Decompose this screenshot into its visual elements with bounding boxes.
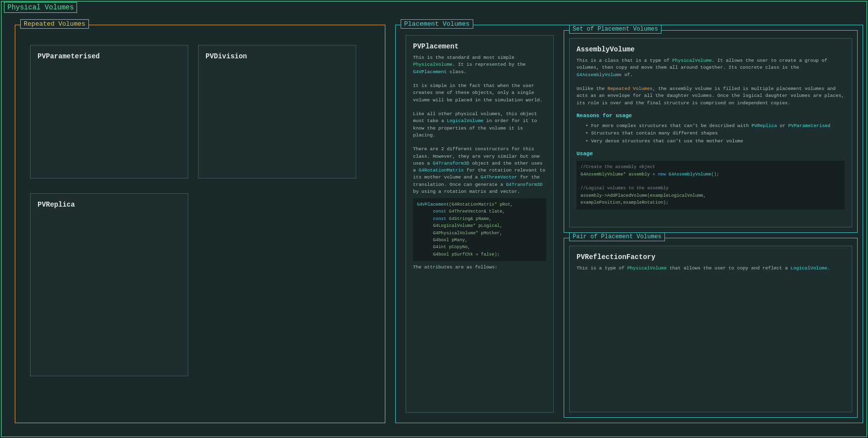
pv-reflection-text: This is a type of PhysicalVolume that al… <box>577 265 845 272</box>
pv-placement-text: This is the standard and most simple Phy… <box>413 54 546 271</box>
placement-volumes-label: Placement Volumes <box>401 19 473 29</box>
usage-heading: Usage <box>577 150 845 158</box>
assembly-usage-code: //Create the assembly object G4AssemblyV… <box>577 161 845 209</box>
repeated-volumes-section: Repeated Volumes PVParameterised PVDivis… <box>15 25 385 423</box>
assembly-volume-text: This is a class that is a type of Physic… <box>577 57 845 210</box>
reasons-heading: Reasons for usage <box>577 112 845 120</box>
pv-division-title: PVDivision <box>206 52 349 60</box>
pv-replica-card: PVReplica <box>30 193 188 376</box>
reasons-list: For more complex structures that can't b… <box>581 122 845 145</box>
pair-placement-section: Pair of Placement Volumes PVReflectionFa… <box>564 238 858 418</box>
pv-reflection-title: PVReflectionFactory <box>577 253 845 261</box>
pair-placement-label: Pair of Placement Volumes <box>569 232 665 241</box>
pv-division-card: PVDivision <box>198 45 356 178</box>
page-title: Physical Volumes <box>4 2 77 13</box>
pv-placement-code: G4VPlacement(G4RotationMatrix* pRot, con… <box>413 198 546 261</box>
set-placement-section: Set of Placement Volumes AssemblyVolume … <box>564 30 858 233</box>
repeated-volumes-label: Repeated Volumes <box>20 19 89 29</box>
placement-volumes-section: Placement Volumes PVPlacement This is th… <box>395 25 863 423</box>
pv-placement-title: PVPlacement <box>413 43 546 50</box>
pv-placement-card: PVPlacement This is the standard and mos… <box>406 35 554 413</box>
pv-parameterised-title: PVParameterised <box>38 52 181 60</box>
pv-parameterised-card: PVParameterised <box>30 45 188 178</box>
pv-replica-title: PVReplica <box>38 201 181 209</box>
assembly-volume-title: AssemblyVolume <box>577 45 845 53</box>
pv-reflection-card: PVReflectionFactory This is a type of Ph… <box>569 246 852 412</box>
set-placement-label: Set of Placement Volumes <box>569 25 661 34</box>
assembly-volume-card: AssemblyVolume This is a class that is a… <box>569 38 852 227</box>
